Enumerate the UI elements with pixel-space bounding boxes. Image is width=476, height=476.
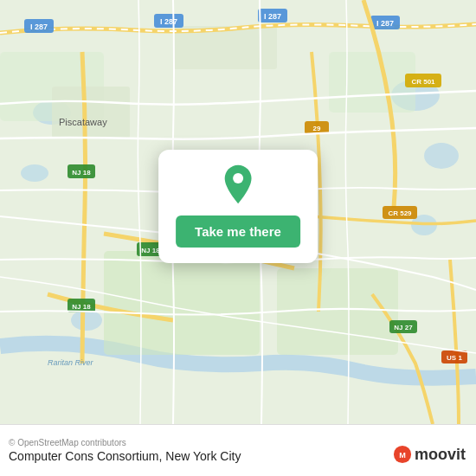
svg-text:29: 29 xyxy=(313,125,321,132)
svg-text:NJ 27: NJ 27 xyxy=(394,324,413,331)
location-card: Take me there xyxy=(158,150,318,263)
svg-text:M: M xyxy=(399,451,406,460)
svg-point-2 xyxy=(21,164,48,182)
take-me-there-button[interactable]: Take me there xyxy=(176,215,300,248)
moovit-logo: M moovit xyxy=(393,445,466,464)
moovit-brand-icon: M xyxy=(393,445,412,464)
svg-text:NJ 18: NJ 18 xyxy=(141,247,160,254)
raritan-river-label: Raritan River xyxy=(48,358,94,367)
map-area[interactable]: I 287 I 287 I 287 I 287 CR 501 NJ 18 NJ … xyxy=(0,0,476,424)
svg-text:US 1: US 1 xyxy=(447,354,462,362)
bottom-bar: © OpenStreetMap contributors Computer Co… xyxy=(0,424,476,476)
svg-text:NJ 18: NJ 18 xyxy=(72,169,91,177)
svg-text:I 287: I 287 xyxy=(160,17,177,26)
svg-text:NJ 18: NJ 18 xyxy=(72,303,91,311)
svg-text:CR 529: CR 529 xyxy=(388,209,412,217)
svg-text:I 287: I 287 xyxy=(30,23,48,31)
svg-point-37 xyxy=(233,173,243,183)
svg-point-6 xyxy=(71,310,102,331)
svg-text:I 287: I 287 xyxy=(376,19,394,28)
svg-rect-8 xyxy=(277,268,398,355)
svg-rect-10 xyxy=(329,52,415,113)
moovit-text: moovit xyxy=(415,446,466,464)
app-container: I 287 I 287 I 287 I 287 CR 501 NJ 18 NJ … xyxy=(0,0,476,476)
piscataway-label: Piscataway xyxy=(59,117,107,127)
svg-rect-11 xyxy=(52,87,130,138)
svg-text:CR 501: CR 501 xyxy=(411,78,435,86)
location-pin-icon xyxy=(217,164,259,205)
svg-rect-7 xyxy=(104,251,260,355)
svg-point-4 xyxy=(424,143,459,169)
svg-text:I 287: I 287 xyxy=(264,12,281,21)
